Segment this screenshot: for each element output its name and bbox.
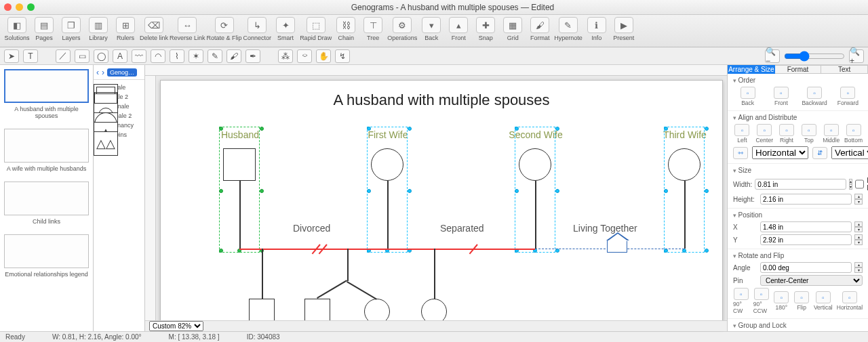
- order-front[interactable]: ▫Front: [766, 87, 795, 106]
- text-tool[interactable]: T: [23, 49, 38, 63]
- toolbar-tree[interactable]: ⊤Tree: [360, 17, 386, 41]
- zoom-in-icon[interactable]: 🔍+: [849, 49, 864, 63]
- height-stepper[interactable]: ▴▾: [854, 194, 863, 205]
- toolbar-back[interactable]: ▾Back: [418, 17, 444, 41]
- distribute-h-icon[interactable]: ⇿: [733, 147, 748, 159]
- close-icon[interactable]: [4, 3, 12, 11]
- tab-format[interactable]: Format: [775, 65, 822, 74]
- toolbar-rotate-flip[interactable]: ⟳Rotate & Flip: [207, 17, 242, 41]
- toolbar-connector[interactable]: ↳Connector: [243, 17, 272, 41]
- bezier-tool[interactable]: 〰: [132, 49, 146, 63]
- brush-tool[interactable]: 🖌: [226, 49, 241, 63]
- toolbar-pages[interactable]: ▤Pages: [31, 17, 57, 41]
- crop-tool[interactable]: ⌔: [297, 49, 312, 63]
- lock-proportions-checkbox[interactable]: [855, 179, 864, 190]
- arc-tool[interactable]: ◠: [151, 49, 165, 63]
- order-forward[interactable]: ▫Forward: [833, 87, 863, 106]
- maximize-icon[interactable]: [27, 3, 35, 11]
- pos-y-stepper[interactable]: ▴▾: [854, 234, 863, 245]
- page-thumbnail[interactable]: [4, 234, 89, 268]
- library-item-twins[interactable]: △△Twins: [94, 131, 144, 138]
- height-input[interactable]: [760, 194, 852, 205]
- zoom-select[interactable]: Custom 82%: [149, 321, 203, 331]
- library-tab[interactable]: Genog…: [107, 68, 137, 77]
- zoom-slider[interactable]: [784, 51, 845, 62]
- toolbar-operations[interactable]: ⚙Operations: [387, 17, 417, 41]
- hand-tool[interactable]: ✋: [316, 49, 331, 63]
- window-title: Genograms - A husband with multiple spou…: [41, 3, 864, 12]
- toolbar-library[interactable]: ▥Library: [85, 17, 111, 41]
- align-center[interactable]: ▫Center: [755, 124, 774, 144]
- pencil-tool[interactable]: ✎: [208, 49, 222, 63]
- library-item-male-2[interactable]: Male 2: [94, 93, 144, 100]
- page-thumbnail[interactable]: [4, 129, 89, 163]
- eyedropper-tool[interactable]: ⁂: [278, 49, 293, 63]
- toolbar-present[interactable]: ▶Present: [611, 17, 637, 41]
- toolbar-layers[interactable]: ❐Layers: [58, 17, 84, 41]
- width-input[interactable]: [755, 179, 846, 190]
- edit-points-tool[interactable]: ↯: [335, 49, 350, 63]
- library-item-pregnancy[interactable]: △Pregnancy: [94, 122, 144, 129]
- tab-text[interactable]: Text: [821, 65, 868, 74]
- star-tool[interactable]: ✶: [189, 49, 203, 63]
- page-thumbnails-panel: A husband with multiple spousesA wife wi…: [0, 65, 94, 331]
- thumbnail-label: Emotional relationships legend: [4, 271, 89, 278]
- ellipse-tool[interactable]: ◯: [94, 49, 108, 63]
- rotate-flip[interactable]: ▫Flip: [793, 291, 810, 311]
- toolbar-info[interactable]: ℹInfo: [584, 17, 610, 41]
- align-top[interactable]: ▫Top: [800, 124, 818, 144]
- toolbar-grid[interactable]: ▦Grid: [500, 17, 526, 41]
- library-item-male[interactable]: Male: [94, 84, 144, 91]
- distribute-v-icon[interactable]: ⇵: [812, 147, 827, 159]
- pin-select[interactable]: Center-Center: [760, 275, 863, 286]
- page-thumbnail[interactable]: [4, 181, 89, 215]
- pen-tool[interactable]: ✒: [245, 49, 260, 63]
- rotate-horizontal[interactable]: ▫Horizontal: [837, 291, 863, 311]
- pos-y-input[interactable]: [760, 234, 852, 245]
- rotate-90-ccw[interactable]: ▫90° CCW: [753, 288, 770, 314]
- library-back-icon[interactable]: ‹: [96, 68, 99, 77]
- drawing-page[interactable]: A husband with multiple spouses HusbandF…: [160, 80, 723, 327]
- distribute-v-select[interactable]: Vertical: [831, 146, 868, 159]
- rotate-180-[interactable]: ▫180°: [773, 291, 789, 311]
- toolbar-hypernote[interactable]: ✎Hypernote: [554, 17, 583, 41]
- toolbar-chain[interactable]: ⛓Chain: [333, 17, 359, 41]
- rotate-90-cw[interactable]: ▫90° CW: [733, 288, 749, 314]
- toolbar-format[interactable]: 🖌Format: [527, 17, 553, 41]
- toolbar-rulers[interactable]: ⊞Rulers: [113, 17, 138, 41]
- angle-stepper[interactable]: ▴▾: [854, 262, 863, 273]
- order-backward[interactable]: ▫Backward: [800, 87, 829, 106]
- text-frame-tool[interactable]: A: [113, 49, 127, 63]
- page-thumbnail[interactable]: [4, 69, 89, 103]
- tab-arrange-size[interactable]: Arrange & Size: [728, 65, 775, 74]
- distribute-h-select[interactable]: Horizontal: [752, 146, 808, 159]
- polyline-tool[interactable]: ⌇: [170, 49, 184, 63]
- pointer-tool[interactable]: ➤: [4, 49, 19, 63]
- toolbar-delete-link[interactable]: ⌫Delete link: [140, 17, 168, 41]
- library-forward-icon[interactable]: ›: [102, 68, 104, 77]
- line-tool[interactable]: ／: [56, 49, 71, 63]
- width-stepper[interactable]: ▴▾: [849, 179, 852, 190]
- pos-x-input[interactable]: [760, 221, 852, 232]
- align-right[interactable]: ▫Right: [778, 124, 796, 144]
- toolbar-reverse-link[interactable]: ↔Reverse Link: [170, 17, 205, 41]
- library-item-female-2[interactable]: Female 2: [94, 112, 144, 119]
- toolbar-rapid-draw[interactable]: ⬚Rapid Draw: [300, 17, 332, 41]
- status-bar: Ready W: 0.81, H: 2.16, Angle: 0.00° M: …: [0, 331, 868, 342]
- minimize-icon[interactable]: [16, 3, 23, 11]
- toolbar-front[interactable]: ▴Front: [446, 17, 471, 41]
- library-item-female[interactable]: Female: [94, 103, 144, 110]
- angle-input[interactable]: [760, 262, 852, 273]
- thumbnail-label: A wife with multiple husbands: [4, 165, 89, 172]
- align-middle[interactable]: ▫Middle: [822, 124, 840, 144]
- align-bottom[interactable]: ▫Bottom: [844, 124, 863, 144]
- toolbar-solutions[interactable]: ◧Solutions: [4, 17, 30, 41]
- toolbar-smart[interactable]: ✦Smart: [273, 17, 298, 41]
- zoom-out-icon[interactable]: 🔍−: [765, 49, 780, 63]
- rotate-vertical[interactable]: ▫Vertical: [814, 291, 833, 311]
- align-left[interactable]: ▫Left: [733, 124, 751, 144]
- order-back[interactable]: ▫Back: [733, 87, 762, 106]
- pos-x-stepper[interactable]: ▴▾: [854, 221, 863, 232]
- rect-tool[interactable]: ▭: [75, 49, 90, 63]
- toolbar-snap[interactable]: ✚Snap: [473, 17, 498, 41]
